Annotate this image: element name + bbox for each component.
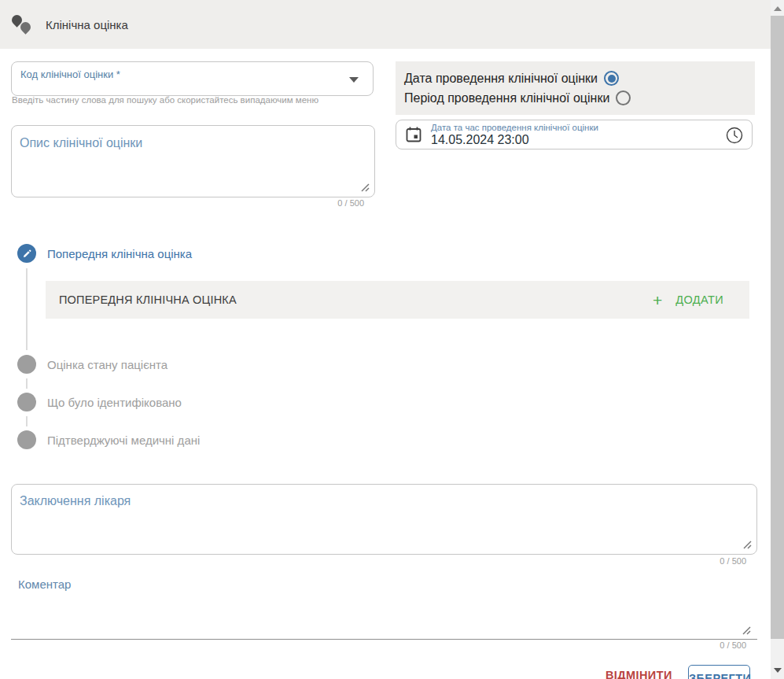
scroll-up-icon[interactable] (774, 6, 782, 11)
app-header: Клінічна оцінка (0, 0, 771, 49)
comment-label: Коментар (18, 578, 71, 591)
conclusion-textarea-wrapper (11, 484, 757, 555)
add-button-label: ДОДАТИ (675, 293, 723, 306)
description-textarea-wrapper (11, 125, 375, 197)
step-connector (26, 378, 28, 389)
app-logo-icon (11, 13, 36, 36)
step-3-label[interactable]: Що було ідентифіковано (47, 396, 182, 409)
step-connector (26, 416, 28, 426)
radio-option-date[interactable]: Дата проведення клінічної оцінки (404, 68, 755, 88)
datetime-value: 14.05.2024 23:00 (431, 133, 598, 147)
assessment-code-helper: Введіть частину слова для пошуку або ско… (12, 95, 318, 105)
comment-counter: 0 / 500 (11, 640, 746, 650)
comment-field[interactable]: Коментар (11, 574, 757, 640)
plus-icon: + (653, 292, 662, 308)
description-textarea[interactable] (12, 126, 374, 197)
clock-icon[interactable] (725, 126, 744, 145)
add-button[interactable]: + ДОДАТИ (653, 292, 723, 308)
clinical-assessment-page: Клінічна оцінка Код клінічної оцінки * В… (0, 0, 784, 679)
description-counter: 0 / 500 (11, 198, 364, 208)
conclusion-counter: 0 / 500 (11, 556, 746, 566)
assessment-code-label: Код клінічної оцінки * (20, 68, 120, 80)
radio-option-period-label: Період проведення клінічної оцінки (404, 91, 609, 105)
resize-handle-icon[interactable] (742, 626, 751, 635)
step-2-label[interactable]: Оцінка стану пацієнта (47, 358, 167, 371)
conclusion-textarea[interactable] (12, 485, 756, 554)
chevron-down-icon[interactable] (349, 77, 359, 83)
vertical-scrollbar[interactable] (771, 0, 784, 679)
step-connector (26, 268, 28, 350)
step-2-indicator[interactable] (17, 355, 36, 374)
step-3-indicator[interactable] (17, 393, 36, 411)
step-4-indicator[interactable] (17, 430, 36, 449)
datetime-field[interactable]: Дата та час проведення клінічної оцінки … (396, 120, 753, 149)
radio-selected-icon[interactable] (604, 71, 619, 86)
scroll-down-icon[interactable] (774, 668, 782, 673)
step-1-indicator[interactable] (17, 244, 36, 263)
calendar-icon (405, 126, 422, 143)
datetime-label: Дата та час проведення клінічної оцінки (431, 123, 598, 133)
step-4-label[interactable]: Підтверджуючі медичні дані (47, 434, 200, 447)
radio-option-date-label: Дата проведення клінічної оцінки (404, 72, 598, 86)
previous-assessment-title: ПОПЕРЕДНЯ КЛІНІЧНА ОЦІНКА (59, 293, 237, 306)
radio-unselected-icon[interactable] (616, 90, 631, 105)
save-button[interactable]: ЗБЕРЕГТИ (688, 665, 750, 679)
radio-option-period[interactable]: Період проведення клінічної оцінки (404, 88, 755, 108)
assessment-code-select[interactable]: Код клінічної оцінки * (11, 61, 374, 96)
date-mode-radio-group: Дата проведення клінічної оцінки Період … (396, 61, 755, 115)
previous-assessment-section: ПОПЕРЕДНЯ КЛІНІЧНА ОЦІНКА + ДОДАТИ (46, 281, 749, 319)
pencil-icon (22, 249, 32, 259)
cancel-button[interactable]: ВІДМІНИТИ (605, 669, 672, 679)
step-1-label[interactable]: Попередня клінічна оцінка (47, 247, 192, 260)
scrollbar-thumb[interactable] (771, 16, 784, 639)
comment-textarea[interactable] (18, 593, 742, 633)
page-title: Клінічна оцінка (46, 18, 128, 31)
